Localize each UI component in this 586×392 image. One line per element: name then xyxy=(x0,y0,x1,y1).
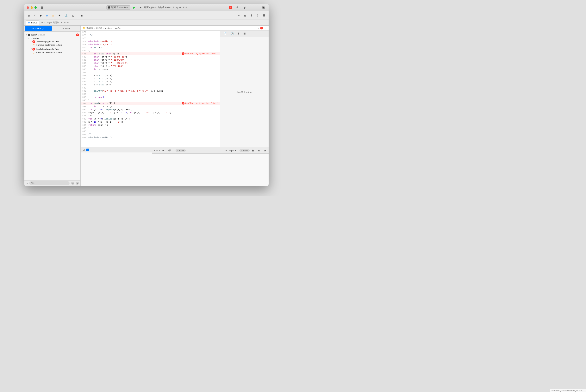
code-line-583: 583 char *ptr2 = "+1234w34"; xyxy=(81,58,220,62)
bottom-filter-bar: ⊙ Filter xyxy=(176,149,186,152)
forward-nav-button[interactable]: › xyxy=(90,13,94,18)
breadcrumb-next-button[interactable]: › xyxy=(264,26,266,30)
buildtime-tab[interactable]: Buildtime (2) xyxy=(25,26,52,31)
warning-button[interactable]: ⚠ xyxy=(50,13,56,18)
bottom-list-button[interactable]: ⊟ xyxy=(82,148,86,152)
code-line-608: 608 #include <stdio.h> xyxy=(81,136,220,139)
breakpoint-button[interactable]: ◈ xyxy=(44,13,50,18)
issue-count: 2 issues xyxy=(38,34,45,36)
info-bottom-button[interactable]: ⓘ xyxy=(167,148,172,153)
stop-toolbar-button[interactable]: ✕ xyxy=(32,13,38,18)
bottom-indicator xyxy=(86,148,89,151)
titlebar-center: ⬛ 跑测试 › My Mac ▶ ■ 跑测试 | Build 跑测试: Fail… xyxy=(106,5,187,10)
output-selector[interactable]: All Output ▾ xyxy=(225,149,236,152)
fix-button[interactable]: ✦ xyxy=(57,13,62,18)
split-button[interactable]: ⇄ xyxy=(242,5,248,10)
target-button[interactable]: ◎ xyxy=(70,13,76,18)
code-line-590: 590 c = atoi(ptr3); xyxy=(81,80,220,83)
code-line-582: 582 char *ptr1 = "-12345.12"; xyxy=(81,56,220,58)
breadcrumb-file[interactable]: main.c xyxy=(105,27,112,29)
right-panel-button[interactable]: ▣ xyxy=(260,5,266,10)
code-line-577: 577 #include <stdio.h> xyxy=(81,40,220,43)
code-editor[interactable]: 574 } 575 */ 576 xyxy=(81,30,220,147)
chevron-down-icon: ▾ xyxy=(26,34,27,36)
tab-main-c[interactable]: ◉ main.c xyxy=(26,20,39,25)
grid-bottom-button[interactable]: ⊞ xyxy=(262,148,267,152)
sidebar-toggle-button[interactable]: ⊞ xyxy=(39,5,45,10)
code-bottom-panel: ⊟ Auto ▾ 👁 ⓘ xyxy=(81,147,269,186)
error-annotation-581: ✕ Conflicting types for 'atoi' xyxy=(182,52,220,55)
chevron-down-icon: ▾ xyxy=(31,48,32,50)
close-button[interactable] xyxy=(27,6,29,9)
breadcrumb-sep-3: › xyxy=(113,27,114,29)
code-line-579: 579 int main() xyxy=(81,46,220,49)
issue-file-mainc[interactable]: ▾ 📄 main.c xyxy=(25,37,81,40)
inspector-file-button[interactable]: 📄 xyxy=(222,32,228,36)
code-line-589: 589 b = atoi(ptr2); xyxy=(81,77,220,80)
back-nav-button[interactable]: ‹ xyxy=(85,13,89,18)
breadcrumb-prev-button[interactable]: ‹ xyxy=(257,26,260,30)
code-line-586: 586 int a,b,c,d; xyxy=(81,68,220,71)
anchor-button[interactable]: ⚓ xyxy=(63,13,69,18)
bottom-left-toolbar: ⊟ xyxy=(81,148,152,152)
runtime-tab[interactable]: Runtime xyxy=(53,26,80,31)
warning-item-1[interactable]: ⓘ Previous declaration is here xyxy=(25,44,81,48)
auto-selector[interactable]: Auto ▾ xyxy=(154,149,160,152)
error-item-1[interactable]: ▾ ✕ Conflicting types for 'atoi' xyxy=(25,40,81,44)
code-line-599: 599 for (i = 0; isspace(s[i]); i++) ; xyxy=(81,108,220,111)
error-text-597: Conflicting types for 'atoi' xyxy=(185,102,218,104)
code-scroll-area[interactable]: 574 } 575 */ 576 xyxy=(81,30,220,139)
eye-button[interactable]: 👁 xyxy=(161,148,166,152)
code-line-581: 581 int atoi(char s[]); ✕ Conflicting ty… xyxy=(81,52,220,56)
inspector-toolbar: 📄 🕐 ℹ ☰ xyxy=(220,30,269,37)
breadcrumb-sep-2: › xyxy=(104,27,104,29)
issues-filter-bar: ⊙ ⚙ ⊕ xyxy=(25,180,81,186)
filter-icon: ⊙ xyxy=(26,182,28,184)
navigator-button[interactable]: ⊟ xyxy=(26,13,32,18)
breadcrumb-folder[interactable]: 跑测试 xyxy=(96,26,102,30)
inspector-settings-button[interactable]: ☰ xyxy=(242,32,247,36)
issues-list: ▾ ⬛ 跑测试 2 issues ✕ ▾ 📄 main.c ▾ xyxy=(25,32,81,180)
split-bottom-button[interactable]: ⊟ xyxy=(257,148,262,152)
code-line-591: 591 d = atoi(ptr4); xyxy=(81,83,220,86)
tab-build-target[interactable]: Build target 跑测试 : 17:11:24 xyxy=(39,20,71,25)
inspector-button[interactable]: ☰ xyxy=(261,13,267,18)
issue-group-project-header[interactable]: ▾ ⬛ 跑测试 2 issues ✕ xyxy=(25,33,81,37)
trash-button[interactable]: 🗑 xyxy=(250,148,256,152)
list-view-button[interactable]: ≡ xyxy=(236,13,241,18)
code-line-596: 596 } xyxy=(81,99,220,102)
issues-tabs: Buildtime (2) Runtime xyxy=(25,26,81,32)
warning-item-2[interactable]: ⓘ Previous declaration is here xyxy=(25,51,81,55)
run-button[interactable]: ▶ xyxy=(131,5,137,10)
error-count-badge[interactable]: 2 xyxy=(229,6,232,9)
breadcrumb-symbol[interactable]: atoi(s) xyxy=(115,27,121,29)
scheme-selector[interactable]: ⬛ 跑测试 › My Mac xyxy=(106,6,130,10)
code-line-594: 594 xyxy=(81,92,220,96)
breadcrumb-folder-icon[interactable]: 📁 xyxy=(83,27,86,29)
secondary-toolbar: ⊟ ✕ ▶ ◈ ⚠ ✦ ⚓ ◎ ⊞ ‹ › ≡ ⊟ ℹ ? ☰ xyxy=(25,11,269,20)
help-button[interactable]: ? xyxy=(255,13,260,18)
issues-filter-settings[interactable]: ⚙ xyxy=(71,182,74,185)
error-item-2[interactable]: ▾ ✕ Conflicting types for 'atoi' xyxy=(25,48,81,51)
fullscreen-button[interactable] xyxy=(35,6,37,9)
add-button[interactable]: + xyxy=(235,5,240,10)
code-line-607: 607 /* xyxy=(81,133,220,136)
error-message-2: Conflicting types for 'atoi' xyxy=(36,48,60,50)
run-toolbar-button[interactable]: ▶ xyxy=(38,13,44,18)
issues-filter-input[interactable] xyxy=(29,181,70,185)
minimize-button[interactable] xyxy=(31,6,33,9)
inspector-panel: 📄 🕐 ℹ ☰ No Selection xyxy=(220,30,269,147)
stop-button[interactable]: ■ xyxy=(138,5,143,10)
code-line-604: 604 return sign * n; xyxy=(81,124,220,127)
breadcrumb-project[interactable]: 跑测试 xyxy=(87,26,93,30)
filter-icon-2: ⊙ xyxy=(241,149,242,152)
split-view-button[interactable]: ⊟ xyxy=(243,13,248,18)
info-button[interactable]: ℹ xyxy=(250,13,254,18)
warning-message-2: Previous declaration is here xyxy=(36,51,62,54)
inspector-info-button[interactable]: ℹ xyxy=(237,32,241,36)
project-name: 跑测试 xyxy=(31,33,37,36)
tabbar: ◉ main.c Build target 跑测试 : 17:11:24 xyxy=(25,20,269,26)
issues-filter-toggle[interactable]: ⊕ xyxy=(76,182,79,185)
grid-button[interactable]: ⊞ xyxy=(79,13,84,18)
inspector-history-button[interactable]: 🕐 xyxy=(229,32,235,36)
